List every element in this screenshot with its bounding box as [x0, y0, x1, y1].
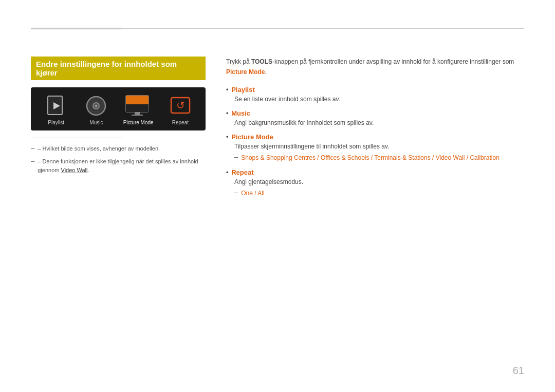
repeat-part2: All [257, 190, 264, 197]
bullet-picture-mode-row: • Picture Mode [226, 133, 524, 141]
pm-part1: Shops & Shopping Centres [241, 154, 316, 161]
pm-slash3: / [431, 154, 436, 161]
note-1: – – Hvilket bilde som vises, avhenger av… [31, 144, 206, 156]
pm-slash4: / [465, 154, 470, 161]
bullet-dot-3: • [226, 134, 228, 141]
bullet-repeat-row: • Repeat [226, 169, 524, 176]
bullet-picture-mode-title: Picture Mode [231, 133, 273, 141]
svg-text:↺: ↺ [176, 100, 184, 111]
note-1-text: – Hvilket bilde som vises, avhenger av m… [38, 144, 160, 154]
pm-part2: Offices & Schools [321, 154, 369, 161]
page-container: Endre innstillingene for innholdet som k… [0, 0, 555, 392]
content-area: Endre innstillingene for innholdet som k… [31, 57, 524, 203]
intro-middle: -knappen på fjernkontrollen under avspil… [272, 58, 514, 65]
intro-bold: TOOLS [251, 58, 272, 65]
svg-rect-7 [126, 104, 149, 112]
bullet-playlist: • Playlist Se en liste over innhold som … [226, 86, 524, 104]
intro-suffix: . [265, 68, 266, 76]
top-line [31, 28, 524, 29]
dash-1: – [31, 144, 34, 156]
bullet-playlist-row: • Playlist [226, 86, 524, 94]
pm-part3: Terminals & Stations [374, 154, 430, 161]
player-item-picture-mode: Picture Mode [123, 95, 154, 125]
player-item-playlist: Playlist [43, 95, 69, 125]
section-title: Endre innstillingene for innholdet som k… [31, 57, 206, 80]
pm-part4: Video Wall [436, 154, 465, 161]
player-box: Playlist Music [31, 87, 206, 130]
divider-line [31, 138, 123, 138]
intro-text: Trykk på TOOLS-knappen på fjernkontrolle… [226, 57, 524, 78]
bullet-dot-2: • [226, 110, 228, 117]
repeat-options: One / All [241, 189, 264, 198]
picture-mode-options: Shops & Shopping Centres / Offices & Sch… [241, 153, 499, 163]
music-icon [83, 95, 109, 117]
playlist-label: Playlist [48, 120, 64, 125]
bullet-dot-4: • [226, 169, 228, 176]
picture-mode-icon [125, 95, 152, 117]
player-item-music: Music [83, 95, 109, 125]
bullet-repeat: • Repeat Angi gjentagelsesmodus. – One /… [226, 169, 524, 198]
player-item-repeat: ↺ Repeat [167, 95, 194, 125]
note-2-link: Video Wall [61, 167, 88, 173]
pm-slash1: / [316, 154, 321, 161]
picture-mode-sub: – Shops & Shopping Centres / Offices & S… [234, 153, 524, 163]
dash-2: – [31, 157, 34, 177]
right-column: Trykk på TOOLS-knappen på fjernkontrolle… [226, 57, 524, 203]
bullet-repeat-desc: Angi gjentagelsesmodus. [234, 177, 524, 187]
bullet-music-row: • Music [226, 109, 524, 117]
note-2: – – Denne funksjonen er ikke tilgjengeli… [31, 157, 206, 177]
music-label: Music [89, 120, 103, 125]
pm-slash2: / [369, 154, 375, 161]
repeat-icon: ↺ [167, 95, 194, 117]
repeat-sub: – One / All [234, 189, 524, 198]
svg-rect-6 [126, 96, 149, 105]
svg-rect-9 [132, 115, 143, 116]
sub-dash-1: – [234, 153, 238, 163]
sub-dash-2: – [234, 189, 238, 198]
repeat-slash: / [253, 190, 257, 197]
playlist-icon [43, 95, 69, 117]
picture-mode-label: Picture Mode [123, 120, 154, 125]
repeat-part1: One [241, 190, 253, 197]
pm-part5: Calibration [470, 154, 499, 161]
intro-link: Picture Mode [226, 68, 265, 76]
page-number: 61 [513, 365, 524, 377]
note-2-suffix: . [87, 167, 89, 173]
bullet-dot-1: • [226, 86, 228, 94]
note-2-text: – Denne funksjonen er ikke tilgjengelig … [38, 157, 206, 175]
bullet-picture-mode-desc: Tilpasser skjerminnstillingene til innho… [234, 142, 524, 152]
bullet-music-title: Music [231, 109, 250, 117]
repeat-label: Repeat [172, 120, 189, 125]
intro-prefix: Trykk på [226, 58, 251, 65]
bullet-music: • Music Angi bakgrunnsmusikk for innhold… [226, 109, 524, 128]
svg-rect-8 [135, 112, 140, 115]
bullet-music-desc: Angi bakgrunnsmusikk for innholdet som s… [234, 118, 524, 128]
bullet-picture-mode: • Picture Mode Tilpasser skjerminnstilli… [226, 133, 524, 163]
bullet-playlist-title: Playlist [231, 86, 255, 94]
svg-point-4 [95, 105, 97, 107]
left-column: Endre innstillingene for innholdet som k… [31, 57, 206, 203]
bullet-repeat-title: Repeat [231, 169, 253, 176]
bullet-playlist-desc: Se en liste over innhold som spilles av. [234, 95, 524, 104]
